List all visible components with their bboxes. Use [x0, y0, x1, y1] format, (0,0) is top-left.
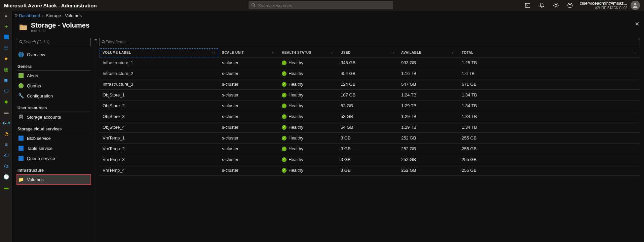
table-row[interactable]: VmTemp_4s-clusterHealthy3 GB252 GB255 GB — [99, 165, 640, 176]
sidebar-section-header: General — [17, 62, 91, 71]
rail-diamond-icon[interactable]: ◆ — [3, 98, 10, 105]
sidebar-item-icon: 🔧 — [18, 93, 24, 98]
status-ok-icon — [282, 93, 287, 97]
breadcrumb-root[interactable]: Dashboard — [19, 13, 40, 18]
table-row[interactable]: VmTemp_2s-clusterHealthy3 GB252 GB255 GB — [99, 144, 640, 154]
rail-bag-icon[interactable]: 🛍 — [3, 163, 10, 169]
cell-scale-unit: s-cluster — [219, 79, 278, 90]
cell-volume-label: VmTemp_2 — [99, 144, 219, 154]
breadcrumb-current: Storage - Volumes — [46, 13, 82, 18]
column-available[interactable]: AVAILABLE↑↓ — [398, 48, 458, 57]
rail-grid-icon[interactable]: ▦ — [3, 66, 10, 73]
sidebar-item-quotas[interactable]: 🟢Quotas — [17, 81, 91, 91]
settings-icon[interactable] — [553, 2, 559, 8]
sidebar-item-label: Queue service — [27, 156, 55, 161]
rail-star-icon[interactable]: ★ — [3, 55, 10, 62]
cell-available: 1.16 TB — [398, 68, 458, 79]
rail-box-icon[interactable]: ▣ — [3, 77, 10, 83]
status-ok-icon — [282, 82, 287, 87]
sidebar-search[interactable] — [17, 38, 91, 46]
close-blade-button[interactable]: ✕ — [635, 21, 639, 27]
sidebar-item-table-service[interactable]: 🟦Table service — [17, 143, 91, 153]
cell-available: 252 GB — [398, 165, 458, 176]
user-menu[interactable]: ciserviceadmin@msaz... AZURE STACK CI 02 — [580, 1, 640, 10]
sidebar-item-alerts[interactable]: 🟩Alerts — [17, 71, 91, 81]
column-used[interactable]: USED↑↓ — [337, 48, 398, 57]
rail-monitor-icon[interactable]: 🖵 — [3, 87, 10, 94]
rail-clock-icon[interactable]: 🕒 — [3, 173, 10, 180]
rail-code-icon[interactable]: <··> — [3, 120, 10, 126]
sidebar-search-input[interactable] — [23, 40, 88, 44]
status-ok-icon — [282, 114, 287, 119]
table-row[interactable]: Infrastructure_1s-clusterHealthy346 GB93… — [99, 57, 640, 68]
table-row[interactable]: Infrastructure_2s-clusterHealthy454 GB1.… — [99, 68, 640, 79]
status-ok-icon — [282, 61, 287, 65]
cell-available: 252 GB — [398, 133, 458, 144]
sidebar-item-icon: 🟢 — [18, 83, 24, 88]
sidebar-item-storage-accounts[interactable]: 🗄Storage accounts — [17, 112, 91, 122]
chevron-right-icon: › — [42, 13, 44, 18]
sidebar-item-overview[interactable]: 🌐 Overview — [17, 49, 91, 59]
topbar-actions — [525, 2, 573, 8]
rail-dashboard[interactable] — [3, 34, 10, 40]
search-icon — [251, 3, 256, 8]
table-row[interactable]: ObjStore_1s-clusterHealthy107 GB1.24 TB1… — [99, 90, 640, 100]
filter-input[interactable] — [106, 40, 638, 44]
table-row[interactable]: ObjStore_4s-clusterHealthy54 GB1.29 TB1.… — [99, 122, 640, 133]
page-header: Storage - Volumes redmond ✕ — [13, 20, 644, 36]
search-icon — [19, 40, 23, 44]
notifications-icon[interactable] — [539, 2, 545, 8]
rail-expand[interactable]: » — [3, 12, 10, 19]
sidebar-item-blob-service[interactable]: 🟦Blob service — [17, 133, 91, 143]
table-row[interactable]: ObjStore_2s-clusterHealthy52 GB1.29 TB1.… — [99, 100, 640, 111]
rail-lines-icon[interactable]: ≡ — [3, 141, 10, 148]
rail-list-icon[interactable]: ☰ — [3, 44, 10, 51]
rail-create[interactable]: ＋ — [3, 23, 10, 30]
sidebar-item-configuration[interactable]: 🔧Configuration — [17, 91, 91, 101]
cell-volume-label: ObjStore_2 — [99, 100, 219, 111]
filter-box[interactable] — [99, 38, 640, 46]
cell-scale-unit: s-cluster — [219, 111, 278, 122]
table-row[interactable]: ObjStore_3s-clusterHealthy53 GB1.29 TB1.… — [99, 111, 640, 122]
table-row[interactable]: Infrastructure_3s-clusterHealthy124 GB54… — [99, 79, 640, 90]
rail-tag-icon[interactable]: 🏷 — [3, 152, 10, 159]
svg-point-3 — [555, 4, 557, 6]
svg-line-11 — [104, 43, 105, 44]
status-ok-icon — [282, 157, 287, 162]
cloud-shell-icon[interactable] — [525, 2, 531, 8]
sidebar-item-icon: 🗄 — [18, 114, 24, 120]
column-scale-unit[interactable]: SCALE UNIT↑↓ — [219, 48, 278, 57]
rail-green-icon[interactable]: ▬ — [3, 184, 10, 191]
breadcrumb-expand-icon[interactable]: » — [15, 12, 18, 18]
sidebar-item-volumes[interactable]: 📁Volumes — [17, 174, 91, 185]
cell-volume-label: ObjStore_4 — [99, 122, 219, 133]
column-total[interactable]: TOTAL↑↓ — [458, 48, 640, 57]
rail-stack-icon[interactable]: ▬ — [3, 109, 10, 116]
left-rail: » ＋ ☰ ★ ▦ ▣ 🖵 ◆ ▬ <··> ◔ ≡ 🏷 🛍 🕒 ▬ — [0, 11, 13, 242]
table-row[interactable]: VmTemp_1s-clusterHealthy3 GB252 GB255 GB — [99, 133, 640, 144]
cell-used: 3 GB — [337, 133, 398, 144]
sort-icon: ↑↓ — [212, 51, 215, 54]
help-icon[interactable] — [567, 2, 573, 8]
column-health-status[interactable]: HEALTH STATUS↑↓ — [278, 48, 337, 57]
cell-health: Healthy — [278, 68, 337, 79]
sort-icon: ↑↓ — [633, 51, 637, 54]
global-search-input[interactable] — [258, 3, 390, 8]
svg-point-5 — [570, 6, 570, 7]
cell-volume-label: VmTemp_3 — [99, 154, 219, 165]
avatar[interactable] — [631, 1, 640, 10]
cell-available: 252 GB — [398, 154, 458, 165]
column-volume-label[interactable]: VOLUME LABEL↑↓ — [99, 48, 219, 57]
collapse-sidebar-icon[interactable]: « — [94, 37, 97, 42]
cell-health: Healthy — [278, 100, 337, 111]
cell-total: 1.34 TB — [458, 100, 640, 111]
global-search[interactable] — [249, 1, 393, 9]
rail-circle-icon[interactable]: ◔ — [3, 130, 10, 137]
table-row[interactable]: VmTemp_3s-clusterHealthy3 GB252 GB255 GB — [99, 154, 640, 165]
person-icon — [632, 2, 638, 8]
blade-sidebar: « 🌐 Overview General🟩Alerts🟢Quotas🔧Confi… — [13, 36, 95, 242]
svg-point-8 — [20, 41, 22, 43]
cell-scale-unit: s-cluster — [219, 100, 278, 111]
cell-available: 1.29 TB — [398, 100, 458, 111]
sidebar-item-queue-service[interactable]: 🟦Queue service — [17, 153, 91, 163]
